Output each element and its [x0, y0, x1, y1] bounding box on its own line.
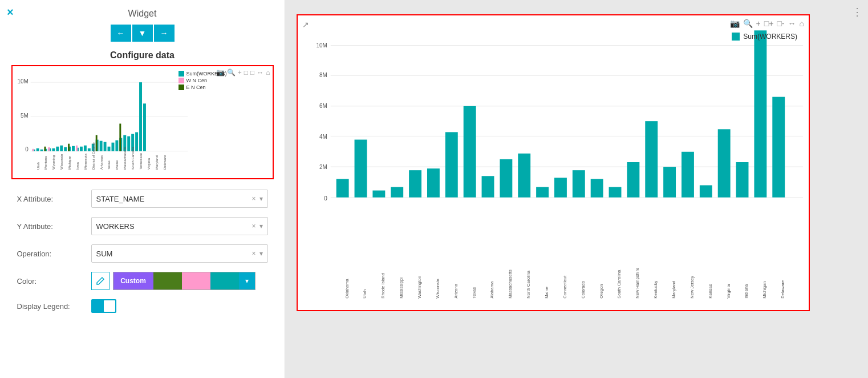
nav-filter-button[interactable]: ▼ [132, 25, 153, 42]
svg-rect-23 [99, 141, 102, 151]
svg-text:Michigan: Michigan [68, 156, 71, 170]
svg-text:Mississippi: Mississippi [399, 278, 404, 299]
chart-home-icon[interactable]: ⌂ [800, 19, 804, 28]
main-chart-container: ↗ 📷 🔍 + □+ □- ↔ ⌂ Sum(WORKERS) 10M 8M 6M… [297, 14, 810, 311]
legend-label: Sum(WORKERS) [743, 33, 797, 41]
svg-text:Virginia: Virginia [147, 158, 150, 170]
x-attribute-row: X Attribute: STATE_NAME × ▾ [17, 190, 268, 208]
svg-text:Connecticut: Connecticut [562, 275, 567, 299]
box-minus-icon[interactable]: □ [250, 69, 254, 77]
chart-zoom-icon[interactable]: 🔍 [743, 19, 753, 28]
svg-text:Alabama: Alabama [490, 281, 495, 299]
chart-legend: Sum(WORKERS) [732, 33, 797, 41]
nav-back-button[interactable]: ← [111, 25, 131, 42]
svg-rect-39 [68, 144, 70, 151]
svg-rect-111 [700, 185, 712, 197]
svg-text:Washington: Washington [417, 276, 422, 299]
svg-rect-105 [645, 121, 658, 198]
expand-icon[interactable]: ↗ [302, 20, 309, 29]
form-section: X Attribute: STATE_NAME × ▾ Y Attribute:… [11, 190, 274, 322]
svg-rect-38 [44, 147, 46, 151]
chart-resize-icon[interactable]: ↔ [788, 19, 796, 28]
x-attribute-actions: × ▾ [252, 195, 262, 203]
legend-color-box [732, 33, 740, 41]
mini-legend-wncen: W N Cen [186, 78, 207, 83]
svg-text:Utah: Utah [363, 289, 368, 299]
svg-text:Minnesota: Minnesota [83, 154, 87, 170]
display-legend-toggle[interactable] [91, 299, 116, 313]
color-pencil-button[interactable] [91, 272, 109, 290]
svg-rect-34 [143, 103, 145, 151]
operation-value: SUM [96, 250, 113, 258]
svg-text:Maine: Maine [544, 287, 549, 299]
svg-rect-113 [718, 129, 731, 197]
main-chart-svg: 10M 8M 6M 4M 2M 0 Oklahoma Utah Rhod [298, 15, 809, 310]
svg-text:Oklahoma: Oklahoma [344, 278, 350, 298]
zoom-icon[interactable]: 🔍 [227, 69, 236, 77]
configure-title: Configure data [110, 50, 175, 61]
svg-text:0: 0 [25, 146, 29, 152]
svg-rect-119 [772, 97, 785, 198]
color-row: Color: Custom ▾ [17, 272, 268, 290]
widget-title: Widget [128, 9, 157, 19]
op-dropdown-icon[interactable]: ▾ [259, 250, 263, 258]
pink-swatch[interactable] [182, 272, 210, 290]
x-clear-icon[interactable]: × [252, 195, 255, 203]
svg-rect-7 [36, 148, 39, 151]
close-button[interactable]: × [7, 6, 14, 19]
y-attribute-select[interactable]: WORKERS × ▾ [91, 217, 268, 235]
green-swatch[interactable] [153, 272, 182, 290]
svg-text:0: 0 [324, 195, 327, 202]
teal-swatch[interactable] [210, 272, 239, 290]
y-dropdown-icon[interactable]: ▾ [259, 222, 263, 230]
svg-text:New Hampshire: New Hampshire [635, 268, 640, 299]
chart-camera-icon[interactable]: 📷 [730, 19, 740, 28]
svg-rect-83 [445, 132, 458, 197]
custom-label-text: Custom [120, 277, 146, 285]
svg-rect-73 [355, 140, 367, 198]
svg-rect-117 [754, 30, 766, 197]
plus-icon[interactable]: + [238, 69, 242, 77]
x-attribute-label: X Attribute: [17, 195, 91, 203]
svg-text:South Carolina: South Carolina [131, 146, 135, 169]
svg-text:Massachusetts: Massachusetts [123, 147, 127, 170]
svg-text:Montana: Montana [44, 156, 47, 170]
y-attribute-actions: × ▾ [252, 222, 262, 230]
x-attribute-select[interactable]: STATE_NAME × ▾ [91, 190, 268, 208]
svg-rect-13 [60, 146, 63, 151]
camera-icon[interactable]: 📷 [216, 69, 225, 77]
resize-icon[interactable]: ↔ [257, 69, 263, 77]
svg-text:Arkansas: Arkansas [99, 155, 103, 170]
svg-text:North Carolina: North Carolina [526, 270, 531, 299]
color-dropdown-button[interactable]: ▾ [239, 272, 255, 290]
box-plus-icon[interactable]: □ [244, 69, 248, 77]
nav-forward-button[interactable]: → [154, 25, 175, 42]
y-clear-icon[interactable]: × [252, 222, 255, 230]
svg-rect-36 [48, 147, 50, 151]
svg-rect-30 [127, 136, 130, 151]
svg-text:10M: 10M [17, 78, 28, 85]
chart-box-plus-icon[interactable]: □+ [764, 19, 774, 28]
svg-text:Utah: Utah [36, 162, 39, 170]
operation-label: Operation: [17, 250, 91, 258]
svg-rect-77 [391, 187, 403, 197]
custom-color-swatch[interactable]: Custom [113, 272, 153, 290]
home-icon[interactable]: ⌂ [266, 69, 270, 77]
x-dropdown-icon[interactable]: ▾ [259, 195, 263, 203]
svg-rect-11 [52, 148, 55, 151]
chart-plus-icon[interactable]: + [756, 19, 761, 28]
svg-text:Iowa: Iowa [76, 162, 79, 170]
op-clear-icon[interactable]: × [252, 250, 255, 258]
svg-text:5M: 5M [20, 112, 28, 119]
operation-select[interactable]: SUM × ▾ [91, 244, 268, 263]
chart-box-minus-icon[interactable]: □- [777, 19, 784, 28]
svg-text:Delaware: Delaware [163, 155, 166, 170]
svg-text:Delaware: Delaware [780, 280, 785, 299]
chart-toolbar: 📷 🔍 + □+ □- ↔ ⌂ [730, 19, 804, 28]
y-attribute-value: WORKERS [96, 222, 135, 231]
svg-rect-27 [115, 140, 118, 151]
svg-rect-81 [427, 168, 440, 198]
color-swatches[interactable]: Custom ▾ [113, 272, 255, 290]
right-panel-menu-icon[interactable]: ⋮ [852, 6, 862, 18]
svg-rect-107 [663, 167, 676, 198]
